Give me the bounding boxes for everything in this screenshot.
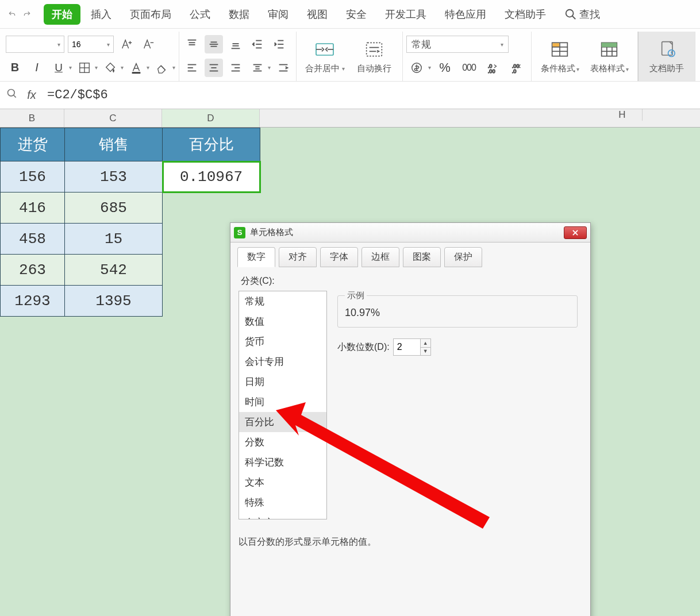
example-legend: 示例 — [345, 290, 367, 301]
formula-input[interactable]: =C2/$C$6 — [41, 88, 108, 102]
category-item[interactable]: 时间 — [239, 392, 326, 412]
colhead-H[interactable]: H — [602, 109, 643, 121]
align-top-button[interactable] — [183, 35, 201, 53]
dlgtab-font[interactable]: 字体 — [320, 247, 358, 267]
undo-button[interactable] — [6, 8, 18, 21]
decrease-decimal-button[interactable]: .00.0 — [507, 59, 528, 77]
table-style-label: 表格样式 — [590, 63, 625, 73]
cell[interactable]: 416 — [1, 192, 65, 224]
align-middle-button[interactable] — [205, 35, 223, 53]
dialog-close-button[interactable] — [564, 226, 587, 239]
underline-button[interactable]: U — [49, 59, 68, 77]
font-size-dropdown[interactable]: 16▾ — [68, 36, 114, 53]
font-color-button[interactable] — [127, 59, 145, 77]
border-button[interactable] — [75, 59, 94, 77]
category-item[interactable]: 文本 — [239, 472, 326, 492]
cell[interactable]: 542 — [65, 255, 163, 286]
category-item-selected[interactable]: 百分比 — [239, 412, 326, 432]
insert-function-icon[interactable] — [2, 88, 22, 102]
colhead-C[interactable]: C — [64, 109, 162, 127]
cell[interactable] — [163, 192, 260, 224]
colhead-B[interactable]: B — [0, 109, 64, 127]
tab-insert[interactable]: 插入 — [83, 4, 120, 25]
tab-dochelper[interactable]: 文档助手 — [497, 4, 554, 25]
dlgtab-number[interactable]: 数字 — [237, 247, 275, 267]
wrap-text-button[interactable]: 自动换行 — [349, 32, 399, 81]
category-item[interactable]: 自定义 — [239, 513, 326, 519]
align-center-button[interactable] — [205, 59, 223, 77]
cell-format-dialog: S 单元格格式 数字 对齐 字体 边框 图案 保护 分类(C): 常规 数值 货… — [230, 222, 591, 616]
category-item[interactable]: 会计专用 — [239, 352, 326, 372]
search-button[interactable]: 查找 — [564, 7, 600, 21]
spinner-down-icon[interactable]: ▼ — [421, 348, 430, 356]
tab-security[interactable]: 安全 — [338, 4, 375, 25]
spinner-up-icon[interactable]: ▲ — [421, 339, 430, 348]
table-style-button[interactable]: 表格样式▾ — [584, 29, 634, 83]
cell[interactable]: 156 — [1, 161, 65, 192]
font-name-dropdown[interactable]: ▾ — [6, 36, 64, 53]
doc-helper-button[interactable]: 文档助手 — [642, 29, 691, 83]
italic-button[interactable]: I — [28, 59, 46, 77]
table-row: 416 685 — [1, 192, 260, 224]
tab-start[interactable]: 开始 — [44, 4, 80, 25]
increase-decimal-button[interactable]: .0.00 — [483, 59, 503, 77]
cell[interactable]: 1395 — [65, 286, 163, 317]
cell[interactable]: 263 — [1, 255, 65, 286]
tab-formula[interactable]: 公式 — [182, 4, 218, 25]
conditional-format-button[interactable]: 条件格式▾ — [535, 29, 584, 83]
tab-special[interactable]: 特色应用 — [437, 4, 494, 25]
category-item[interactable]: 科学记数 — [239, 452, 326, 472]
ribbon-align-group: ▾ — [179, 32, 297, 81]
category-item[interactable]: 日期 — [239, 372, 326, 392]
cell[interactable]: 1293 — [1, 286, 65, 317]
decimals-input[interactable] — [393, 338, 421, 356]
cell-selected[interactable]: 0.10967 — [163, 161, 260, 192]
category-item[interactable]: 常规 — [239, 291, 326, 311]
currency-button[interactable] — [406, 59, 427, 77]
merge-center-button[interactable]: 合并居中▾ — [300, 32, 349, 81]
colhead-D[interactable]: D — [162, 109, 260, 127]
clear-format-button[interactable] — [153, 59, 171, 77]
dlgtab-border[interactable]: 边框 — [361, 247, 399, 267]
svg-rect-53 — [602, 43, 617, 47]
ribbon-style-group: 条件格式▾ 表格样式▾ — [532, 32, 638, 81]
align-bottom-button[interactable] — [226, 35, 245, 53]
tab-review[interactable]: 审阅 — [260, 4, 297, 25]
fill-color-button[interactable] — [101, 59, 120, 77]
comma-style-button[interactable]: 000 — [459, 59, 479, 77]
indent-decrease-button[interactable] — [248, 35, 267, 53]
cell[interactable]: 458 — [1, 224, 65, 255]
cell[interactable]: 153 — [65, 161, 163, 192]
header-D: 百分比 — [163, 128, 260, 161]
cell[interactable]: 685 — [65, 192, 163, 224]
category-item[interactable]: 分数 — [239, 432, 326, 452]
dlgtab-align[interactable]: 对齐 — [279, 247, 317, 267]
bold-button[interactable]: B — [6, 59, 24, 77]
decimals-spinner[interactable]: ▲ ▼ — [421, 338, 431, 356]
ribbon: ▾ 16▾ B I U▾ ▾ ▾ ▾ ▾ ▾ — [0, 29, 700, 82]
tab-devtools[interactable]: 开发工具 — [377, 4, 434, 25]
tab-data[interactable]: 数据 — [221, 4, 257, 25]
indent-increase-button[interactable] — [270, 35, 289, 53]
percent-button[interactable]: % — [434, 59, 455, 77]
dlgtab-protect[interactable]: 保护 — [444, 247, 482, 267]
category-item[interactable]: 特殊 — [239, 492, 326, 513]
number-format-dropdown[interactable]: 常规▾ — [406, 36, 509, 53]
dialog-titlebar[interactable]: S 单元格格式 — [230, 223, 590, 242]
category-listbox[interactable]: 常规 数值 货币 会计专用 日期 时间 百分比 分数 科学记数 文本 特殊 自定… — [239, 291, 327, 519]
tab-pagelayout[interactable]: 页面布局 — [122, 4, 179, 25]
category-item[interactable]: 数值 — [239, 311, 326, 332]
category-item[interactable]: 货币 — [239, 332, 326, 352]
dlgtab-pattern[interactable]: 图案 — [403, 247, 441, 267]
doc-helper-label: 文档助手 — [649, 63, 684, 73]
rtl-button[interactable] — [274, 59, 293, 77]
decrease-font-button[interactable] — [139, 35, 157, 53]
fx-icon[interactable]: fx — [22, 88, 41, 102]
align-left-button[interactable] — [183, 59, 201, 77]
increase-font-button[interactable] — [117, 35, 136, 53]
orientation-button[interactable] — [248, 59, 267, 77]
redo-button[interactable] — [21, 8, 33, 21]
align-right-button[interactable] — [226, 59, 245, 77]
cell[interactable]: 15 — [65, 224, 163, 255]
tab-view[interactable]: 视图 — [299, 4, 336, 25]
